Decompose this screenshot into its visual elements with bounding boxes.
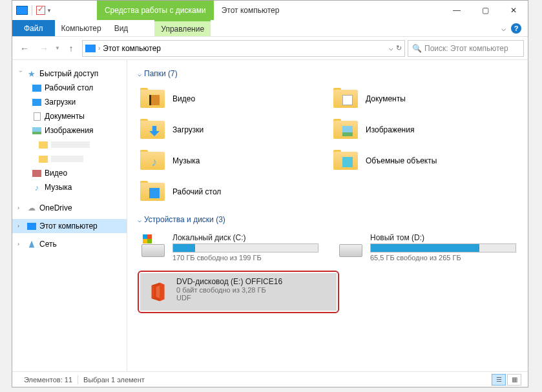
chevron-right-icon[interactable]: › (17, 241, 24, 247)
folder-desktop[interactable]: Рабочий стол (138, 178, 324, 206)
ribbon-tabs: Файл Компьютер Вид Управление ⌵ ? (12, 20, 528, 37)
maximize-button[interactable]: ▢ (471, 1, 499, 20)
music-icon: ♪ (32, 183, 42, 192)
drive-c[interactable]: Локальный диск (C:) 170 ГБ свободно из 1… (138, 231, 329, 267)
properties-qat-button[interactable] (36, 6, 45, 15)
tab-manage[interactable]: Управление (154, 20, 211, 36)
address-bar: ← → ▼ ↑ › Этот компьютер ⌵ ↻ 🔍 Поиск: Эт… (12, 37, 528, 60)
windows-icon (143, 234, 152, 243)
nav-downloads[interactable]: Загрузки (12, 95, 127, 109)
search-icon: 🔍 (412, 44, 422, 53)
back-button[interactable]: ← (16, 40, 33, 57)
tab-computer[interactable]: Компьютер (55, 20, 108, 36)
view-tiles-button[interactable]: ▦ (507, 374, 521, 386)
tab-file[interactable]: Файл (12, 20, 55, 36)
up-button[interactable]: ↑ (63, 40, 79, 57)
qat-dropdown[interactable]: ▼ (47, 8, 52, 14)
nav-quick-access[interactable]: › ★ Быстрый доступ (12, 67, 127, 81)
view-details-button[interactable]: ☰ (492, 374, 506, 386)
folder-downloads[interactable]: Загрузки (138, 116, 324, 144)
drive-dvd-selected[interactable]: DVD-дисковод (E:) OFFICE16 0 байт свобод… (140, 273, 337, 311)
close-button[interactable]: ✕ (499, 1, 528, 20)
nav-videos[interactable]: Видео (12, 166, 127, 180)
address-input[interactable]: › Этот компьютер ⌵ ↻ (82, 40, 405, 57)
minimize-button[interactable]: — (443, 1, 471, 20)
star-icon: ★ (26, 69, 37, 78)
content-area: ⌵ Папки (7) Видео Документы Загрузки Изо… (127, 60, 528, 371)
folder-documents[interactable]: Документы (331, 85, 517, 113)
office-icon (144, 277, 170, 307)
chevron-right-icon[interactable]: › (17, 223, 24, 229)
status-selection: Выбран 1 элемент (78, 376, 150, 384)
explorer-window: ▼ Средства работы с дисками Этот компьют… (12, 0, 528, 387)
forward-button[interactable]: → (36, 40, 52, 57)
section-folders[interactable]: ⌵ Папки (7) (138, 69, 517, 78)
nav-hidden-folder-2[interactable] (12, 152, 127, 166)
address-dropdown-icon[interactable]: ⌵ (389, 44, 393, 52)
refresh-icon[interactable]: ↻ (396, 44, 402, 52)
nav-desktop[interactable]: Рабочий стол (12, 81, 127, 95)
chevron-down-icon: ⌵ (138, 216, 141, 223)
separator (32, 5, 32, 15)
section-drives[interactable]: ⌵ Устройства и диски (3) (138, 215, 517, 224)
folder-pictures[interactable]: Изображения (331, 116, 517, 144)
window-title: Этот компьютер (222, 6, 280, 15)
status-bar: Элементов: 11 Выбран 1 элемент ☰ ▦ (12, 371, 528, 387)
window-controls: — ▢ ✕ (443, 1, 528, 20)
history-dropdown[interactable]: ▼ (55, 45, 60, 51)
nav-this-pc[interactable]: ›Этот компьютер (12, 219, 127, 233)
folder-3d-objects[interactable]: Объемные объекты (331, 147, 517, 175)
search-input[interactable]: 🔍 Поиск: Этот компьютер (408, 40, 524, 57)
nav-pictures[interactable]: Изображения (12, 123, 127, 138)
status-item-count: Элементов: 11 (19, 376, 78, 384)
tab-view[interactable]: Вид (108, 20, 135, 36)
folder-videos[interactable]: Видео (138, 85, 324, 113)
quick-access-toolbar: ▼ (12, 1, 52, 20)
nav-music[interactable]: ♪Музыка (12, 180, 127, 194)
titlebar: ▼ Средства работы с дисками Этот компьют… (12, 1, 528, 20)
context-tab-label: Средства работы с дисками (97, 1, 214, 20)
pc-icon (85, 45, 96, 52)
search-placeholder: Поиск: Этот компьютер (424, 44, 508, 53)
help-icon[interactable]: ? (511, 23, 521, 34)
cloud-icon: ☁ (26, 203, 37, 212)
nav-documents[interactable]: Документы (12, 109, 127, 123)
ribbon-collapse-icon[interactable]: ⌵ (501, 24, 506, 33)
app-icon[interactable] (16, 6, 28, 15)
nav-hidden-folder-1[interactable] (12, 138, 127, 152)
nav-onedrive[interactable]: ›☁OneDrive (12, 201, 127, 215)
drive-d[interactable]: Новый том (D:) 65,5 ГБ свободно из 265 Г… (335, 231, 526, 267)
navigation-pane: › ★ Быстрый доступ Рабочий стол Загрузки… (12, 60, 127, 371)
highlight-box: DVD-дисковод (E:) OFFICE16 0 байт свобод… (138, 271, 339, 313)
chevron-right-icon[interactable]: › (17, 205, 24, 211)
nav-network[interactable]: ›Сеть (12, 237, 127, 251)
folder-music[interactable]: ♪Музыка (138, 147, 324, 175)
chevron-down-icon: ⌵ (138, 70, 141, 77)
chevron-down-icon[interactable]: › (17, 70, 24, 77)
address-text: Этот компьютер (103, 44, 161, 53)
